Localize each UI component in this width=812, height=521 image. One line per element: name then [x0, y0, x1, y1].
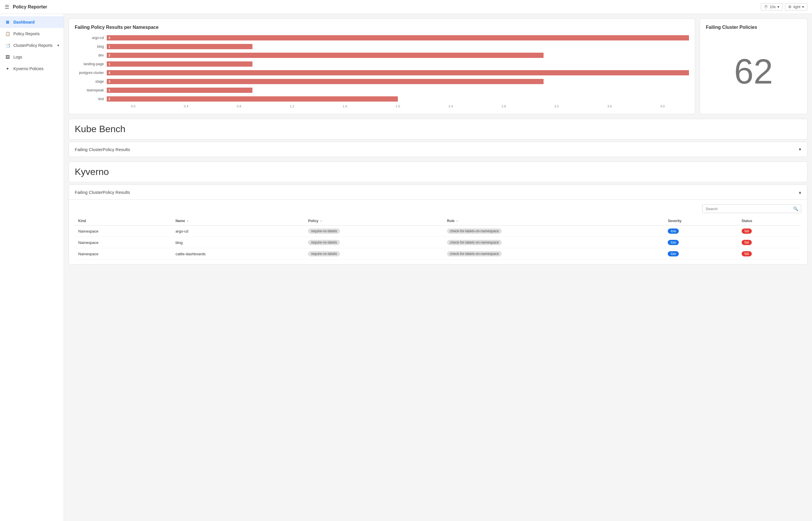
bar-container: 1	[107, 44, 689, 49]
theme-label: light	[793, 5, 801, 9]
cell-severity: low	[664, 237, 738, 248]
header-right: ⏱ 10s ▾ ⚙ light ▾	[761, 3, 807, 10]
table-row: Namespace cattle-dashboards require-ns-l…	[75, 248, 801, 259]
bar-value: 2	[109, 97, 110, 101]
kyverno-collapsible-body: 🔍 Kind Name ↑ Policy ↑ Rule ↑ Severity S…	[69, 199, 807, 264]
bar-row: dev 3	[75, 52, 689, 59]
bar: 2	[107, 96, 398, 101]
bar-label: argo-cd	[75, 36, 107, 40]
bar: 3	[107, 79, 544, 84]
sidebar-item-label: Dashboard	[14, 20, 34, 24]
refresh-button[interactable]: ⏱ 10s ▾	[761, 3, 783, 10]
sidebar-item-policy-reports[interactable]: 📋 Policy Reports	[0, 28, 64, 40]
col-rule[interactable]: Rule ↑	[444, 217, 664, 226]
cell-kind: Namespace	[75, 237, 172, 248]
kube-bench-title: Kube Bench	[75, 124, 801, 134]
bar-row: teamspeak 1	[75, 87, 689, 93]
chevron-down-icon: ▾	[802, 5, 804, 9]
sidebar-item-dashboard[interactable]: ⊞ Dashboard	[0, 16, 64, 28]
bar-row: blog 1	[75, 43, 689, 50]
main-layout: ⊞ Dashboard 📋 Policy Reports 📑 ClusterPo…	[0, 14, 812, 521]
kyverno-title: Kyverno	[75, 166, 801, 177]
bar: 1	[107, 44, 253, 49]
sidebar-item-label: Kyverno Policies	[14, 66, 44, 71]
cell-kind: Namespace	[75, 248, 172, 259]
bar-row: landing-page 1	[75, 61, 689, 67]
axis-tick: 2.4	[424, 105, 477, 108]
dashboard-icon: ⊞	[5, 19, 10, 25]
table-header: Kind Name ↑ Policy ↑ Rule ↑ Severity Sta…	[75, 217, 801, 226]
kyverno-collapsible-header[interactable]: Failing ClusterPolicy Results ▴	[69, 185, 807, 199]
bar-row: postgres-cluster 4	[75, 70, 689, 76]
logs-icon: 🖼	[5, 54, 10, 60]
bar-label: test	[75, 97, 107, 101]
cell-status: fail	[738, 248, 801, 259]
kube-bench-collapsible: Failing ClusterPolicy Results ▾	[69, 142, 807, 157]
cell-severity: low	[664, 226, 738, 237]
top-cards-row: Failing Policy Results per Namespace arg…	[69, 19, 807, 114]
cell-rule: check-for-labels-on-namespace	[444, 226, 664, 237]
results-table: Kind Name ↑ Policy ↑ Rule ↑ Severity Sta…	[75, 217, 801, 259]
search-input[interactable]	[706, 207, 793, 211]
axis-tick: 1.6	[318, 105, 372, 108]
bar-row: stage 3	[75, 78, 689, 85]
col-status: Status	[738, 217, 801, 226]
policy-reports-icon: 📋	[5, 31, 10, 37]
axis-tick: 0.4	[160, 105, 213, 108]
chart-title: Failing Policy Results per Namespace	[75, 25, 689, 30]
bar-label: postgres-cluster	[75, 71, 107, 75]
menu-icon[interactable]: ☰	[5, 4, 9, 10]
header-left: ☰ Policy Reporter	[5, 4, 47, 10]
cell-name: argo-cd	[172, 226, 305, 237]
cell-kind: Namespace	[75, 226, 172, 237]
sidebar-item-clusterpolicy-reports[interactable]: 📑 ClusterPolicy Reports ▾	[0, 40, 64, 51]
search-box[interactable]: 🔍	[702, 204, 801, 213]
col-policy[interactable]: Policy ↑	[305, 217, 444, 226]
table-row: Namespace argo-cd require-ns-labels chec…	[75, 226, 801, 237]
bar: 1	[107, 88, 253, 93]
sort-arrow-rule: ↑	[456, 219, 458, 223]
sidebar-item-logs[interactable]: 🖼 Logs	[0, 51, 64, 63]
search-icon[interactable]: 🔍	[793, 206, 798, 211]
sidebar: ⊞ Dashboard 📋 Policy Reports 📑 ClusterPo…	[0, 14, 64, 521]
sidebar-item-kyverno-policies[interactable]: ✦ Kyverno Policies	[0, 63, 64, 74]
failing-cluster-policies-card: Failing Cluster Policies 62	[700, 19, 807, 114]
bar: 4	[107, 35, 689, 41]
top-header: ☰ Policy Reporter ⏱ 10s ▾ ⚙ light ▾	[0, 0, 812, 14]
app-title: Policy Reporter	[13, 4, 47, 9]
table-row: Namespace blog require-ns-labels check-f…	[75, 237, 801, 248]
sidebar-item-label: Logs	[14, 55, 22, 60]
bar-label: landing-page	[75, 62, 107, 66]
axis-tick: 0.0	[107, 105, 160, 108]
bar-container: 1	[107, 88, 689, 93]
bar-container: 4	[107, 70, 689, 75]
kube-bench-title-card: Kube Bench	[69, 119, 807, 139]
table-body: Namespace argo-cd require-ns-labels chec…	[75, 226, 801, 259]
cell-status: fail	[738, 226, 801, 237]
col-name[interactable]: Name ↑	[172, 217, 305, 226]
cluster-policies-title: Failing Cluster Policies	[706, 25, 757, 30]
chevron-up-icon: ▴	[799, 189, 801, 195]
sidebar-item-label: ClusterPolicy Reports	[14, 43, 53, 48]
cell-status: fail	[738, 237, 801, 248]
cell-rule: check-for-labels-on-namespace	[444, 237, 664, 248]
cell-name: cattle-dashboards	[172, 248, 305, 259]
bar-container: 2	[107, 96, 689, 101]
bar-value: 4	[109, 36, 110, 40]
bar-value: 1	[109, 89, 110, 92]
bar-label: stage	[75, 80, 107, 84]
bar-row: argo-cd 4	[75, 35, 689, 41]
theme-button[interactable]: ⚙ light ▾	[785, 3, 807, 10]
refresh-label: 10s	[769, 5, 775, 9]
cell-policy: require-ns-labels	[305, 248, 444, 259]
axis-tick: 4.0	[636, 105, 689, 108]
bar-container: 3	[107, 53, 689, 58]
sort-arrow-name: ↑	[187, 219, 188, 223]
axis-tick: 0.8	[213, 105, 265, 108]
cell-policy: require-ns-labels	[305, 237, 444, 248]
bar-label: dev	[75, 53, 107, 57]
chart-axis: 0.00.40.81.21.62.02.42.83.23.64.0	[107, 105, 689, 108]
bar-row: test 2	[75, 96, 689, 102]
chevron-down-icon: ▾	[57, 43, 59, 47]
kube-bench-collapsible-header[interactable]: Failing ClusterPolicy Results ▾	[69, 142, 807, 157]
